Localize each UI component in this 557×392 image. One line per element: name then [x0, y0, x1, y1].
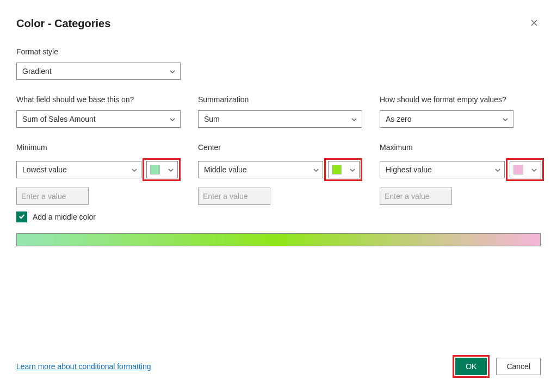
base-field-label: What field should we base this on? — [16, 95, 181, 104]
close-button[interactable] — [528, 16, 541, 31]
center-value-input[interactable]: Enter a value — [198, 188, 270, 205]
add-middle-color-label: Add a middle color — [33, 213, 96, 221]
empty-values-value: As zero — [386, 115, 411, 123]
maximum-color-swatch — [513, 165, 523, 175]
annotation-highlight: OK — [453, 355, 490, 378]
format-style-value: Gradient — [22, 67, 52, 76]
center-mode-value: Middle value — [204, 165, 247, 174]
maximum-mode-value: Highest value — [386, 165, 432, 174]
chevron-down-icon — [502, 116, 509, 122]
maximum-color-picker[interactable] — [510, 161, 541, 178]
base-field-dropdown[interactable]: Sum of Sales Amount — [16, 110, 181, 128]
maximum-label: Maximum — [380, 143, 544, 152]
maximum-placeholder: Enter a value — [385, 192, 430, 201]
chevron-down-icon — [168, 166, 174, 173]
center-color-swatch — [332, 165, 342, 175]
center-label: Center — [198, 143, 362, 152]
summarization-dropdown[interactable]: Sum — [198, 110, 362, 128]
maximum-mode-dropdown[interactable]: Highest value — [380, 161, 505, 178]
close-icon — [530, 20, 539, 29]
chevron-down-icon — [313, 166, 319, 173]
add-middle-color-checkbox[interactable] — [16, 211, 27, 222]
gradient-preview — [16, 233, 541, 246]
minimum-value-input[interactable]: Enter a value — [16, 188, 89, 205]
learn-more-link[interactable]: Learn more about conditional formatting — [16, 362, 151, 371]
annotation-highlight — [324, 158, 362, 181]
maximum-value-input[interactable]: Enter a value — [380, 188, 452, 205]
dialog-title: Color - Categories — [16, 17, 110, 30]
chevron-down-icon — [131, 166, 138, 173]
summarization-value: Sum — [204, 115, 220, 123]
annotation-highlight — [143, 158, 181, 181]
minimum-color-swatch — [150, 165, 160, 175]
empty-values-label: How should we format empty values? — [380, 95, 541, 104]
chevron-down-icon — [531, 166, 537, 173]
checkmark-icon — [18, 213, 26, 222]
cancel-button[interactable]: Cancel — [496, 358, 541, 375]
format-style-label: Format style — [16, 47, 541, 56]
minimum-placeholder: Enter a value — [21, 192, 66, 201]
chevron-down-icon — [351, 116, 357, 122]
base-field-value: Sum of Sales Amount — [22, 115, 96, 123]
chevron-down-icon — [494, 166, 501, 173]
empty-values-dropdown[interactable]: As zero — [380, 110, 513, 128]
minimum-mode-dropdown[interactable]: Lowest value — [16, 161, 141, 178]
ok-button[interactable]: OK — [455, 358, 487, 375]
format-style-dropdown[interactable]: Gradient — [16, 63, 181, 80]
minimum-color-picker[interactable] — [146, 161, 178, 178]
chevron-down-icon — [169, 116, 176, 122]
center-mode-dropdown[interactable]: Middle value — [198, 161, 323, 178]
chevron-down-icon — [349, 166, 356, 173]
center-placeholder: Enter a value — [203, 192, 248, 201]
minimum-label: Minimum — [16, 143, 181, 152]
annotation-highlight — [506, 158, 544, 181]
summarization-label: Summarization — [198, 95, 362, 104]
center-color-picker[interactable] — [328, 161, 360, 178]
minimum-mode-value: Lowest value — [22, 165, 67, 174]
chevron-down-icon — [169, 68, 176, 74]
